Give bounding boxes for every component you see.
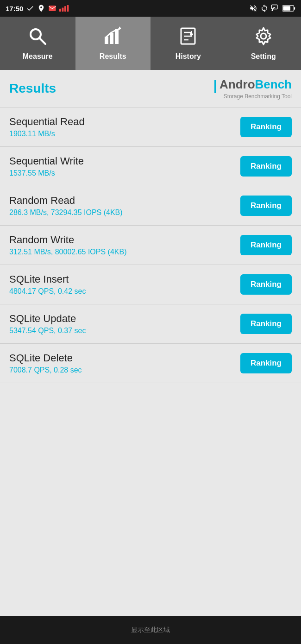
tab-history-label: History	[176, 52, 201, 61]
tab-results-label: Results	[100, 52, 126, 61]
brand-subtitle: Storage Benchmarking Tool	[224, 93, 292, 100]
ranking-button[interactable]: Ranking	[240, 196, 292, 216]
bench-name: Random Read	[9, 195, 240, 207]
brand-bar-divider	[214, 80, 216, 93]
ranking-button[interactable]: Ranking	[240, 117, 292, 137]
svg-rect-4	[67, 5, 69, 12]
bench-value: 312.51 MB/s, 80002.65 IOPS (4KB)	[9, 248, 240, 256]
bench-info: SQLite Delete 7008.7 QPS, 0.28 sec	[9, 352, 240, 374]
svg-rect-1	[59, 9, 61, 12]
page-title: Results	[9, 81, 56, 96]
battery-icon	[282, 5, 295, 12]
tab-measure-label: Measure	[23, 52, 53, 61]
svg-point-6	[272, 10, 273, 11]
ranking-button[interactable]: Ranking	[240, 235, 292, 255]
bench-name: Sequential Read	[9, 116, 240, 128]
bench-name: SQLite Insert	[9, 273, 240, 285]
brand-logo: AndroBench Storage Benchmarking Tool	[214, 77, 292, 100]
bench-name: Sequential Write	[9, 155, 240, 167]
bench-name: Random Write	[9, 234, 240, 246]
svg-rect-2	[62, 7, 64, 12]
location-icon	[37, 4, 45, 13]
svg-rect-8	[294, 7, 295, 9]
ranking-button[interactable]: Ranking	[240, 314, 292, 334]
status-right	[249, 4, 295, 13]
tab-bar: Measure Results	[0, 17, 301, 70]
table-row: Random Read 286.3 MB/s, 73294.35 IOPS (4…	[0, 186, 301, 226]
brand-andro: Andro	[219, 77, 255, 91]
status-time: 17:50	[6, 5, 23, 13]
svg-rect-13	[110, 33, 113, 44]
settings-icon	[254, 26, 273, 49]
status-bar: 17:50	[0, 0, 301, 17]
sync-icon	[260, 4, 269, 13]
search-icon	[28, 26, 47, 49]
bench-value: 1537.55 MB/s	[9, 169, 240, 177]
bench-value: 5347.54 QPS, 0.37 sec	[9, 327, 240, 335]
bench-value: 4804.17 QPS, 0.42 sec	[9, 287, 240, 296]
table-row: SQLite Update 5347.54 QPS, 0.37 sec Rank…	[0, 304, 301, 344]
brand-name: AndroBench	[214, 77, 292, 93]
ranking-button[interactable]: Ranking	[240, 156, 292, 177]
tab-setting[interactable]: Setting	[226, 17, 301, 70]
svg-rect-3	[64, 6, 66, 12]
table-row: Sequential Write 1537.55 MB/s Ranking	[0, 147, 301, 186]
tab-measure[interactable]: Measure	[0, 17, 75, 70]
cast-icon	[271, 4, 280, 13]
bench-name: SQLite Update	[9, 313, 240, 325]
svg-rect-12	[105, 37, 108, 44]
svg-marker-15	[119, 26, 123, 30]
bottom-bar: 显示至此区域	[0, 616, 301, 644]
bench-info: Random Write 312.51 MB/s, 80002.65 IOPS …	[9, 234, 240, 256]
history-icon	[178, 26, 198, 49]
bottom-text: 显示至此区域	[131, 626, 170, 634]
bench-info: Random Read 286.3 MB/s, 73294.35 IOPS (4…	[9, 195, 240, 217]
results-header: Results AndroBench Storage Benchmarking …	[0, 70, 301, 107]
bench-info: SQLite Insert 4804.17 QPS, 0.42 sec	[9, 273, 240, 296]
svg-point-23	[261, 33, 266, 39]
mute-icon	[249, 4, 257, 13]
bench-value: 1903.11 MB/s	[9, 130, 240, 138]
svg-rect-0	[49, 6, 56, 11]
empty-space	[0, 383, 301, 476]
main-content: Results AndroBench Storage Benchmarking …	[0, 70, 301, 616]
tab-results[interactable]: Results	[75, 17, 151, 70]
bench-info: Sequential Write 1537.55 MB/s	[9, 155, 240, 177]
check-icon	[26, 4, 34, 13]
tab-setting-label: Setting	[251, 52, 276, 61]
ranking-button[interactable]: Ranking	[240, 274, 292, 295]
table-row: SQLite Insert 4804.17 QPS, 0.42 sec Rank…	[0, 265, 301, 304]
bench-value: 286.3 MB/s, 73294.35 IOPS (4KB)	[9, 208, 240, 217]
chart-icon	[103, 26, 123, 49]
bench-name: SQLite Delete	[9, 352, 240, 364]
bench-value: 7008.7 QPS, 0.28 sec	[9, 366, 240, 374]
bench-info: SQLite Update 5347.54 QPS, 0.37 sec	[9, 313, 240, 335]
benchmark-list: Sequential Read 1903.11 MB/s Ranking Seq…	[0, 107, 301, 383]
ranking-button[interactable]: Ranking	[240, 353, 292, 373]
brand-bench: Bench	[255, 77, 292, 91]
svg-rect-14	[115, 29, 119, 44]
status-left: 17:50	[6, 4, 69, 13]
table-row: Random Write 312.51 MB/s, 80002.65 IOPS …	[0, 226, 301, 265]
svg-line-11	[39, 38, 45, 44]
bench-info: Sequential Read 1903.11 MB/s	[9, 116, 240, 138]
table-row: Sequential Read 1903.11 MB/s Ranking	[0, 107, 301, 147]
signal-icon	[59, 4, 69, 13]
table-row: SQLite Delete 7008.7 QPS, 0.28 sec Ranki…	[0, 344, 301, 383]
tab-history[interactable]: History	[150, 17, 226, 70]
mail-icon	[48, 4, 56, 13]
svg-rect-9	[283, 6, 290, 11]
